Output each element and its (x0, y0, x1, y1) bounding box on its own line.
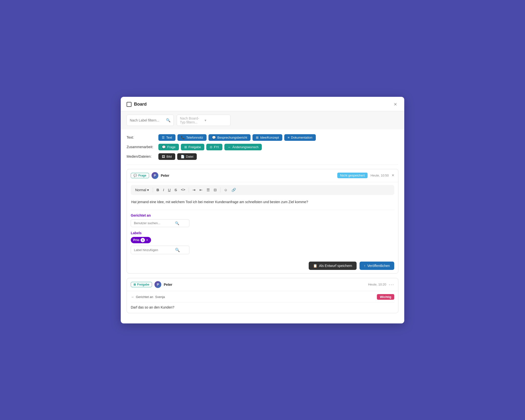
tag-datei[interactable]: 📄 Datei (177, 153, 197, 160)
tag-frage-icon: 💬 (162, 145, 166, 149)
directed-at-search-icon: 🔍 (175, 221, 179, 225)
tag-telefonnotiz-icon: 📞 (181, 136, 185, 139)
tag-ideekonzept[interactable]: ⊞ Idee/Konzept (252, 134, 282, 141)
toolbar-style-value: Normal (135, 188, 146, 192)
tag-besprechungsbericht-label: Besprechungsbericht (217, 136, 247, 139)
tag-telefonnotiz-label: Telefonnotiz (186, 136, 203, 139)
editor-toolbar: Normal ▾ B I U S <> ⇥ ⇤ ☰ ⊟ ☺ 🔗 (131, 185, 394, 195)
card2-directed-row: → Gerichtet an Svenja Wichtig (131, 294, 394, 302)
tag-telefonnotiz[interactable]: 📞 Telefonnotiz (177, 134, 207, 141)
card2-more-button[interactable]: ··· (389, 282, 394, 287)
save-draft-button[interactable]: 📋 Als Entwurf speichern (309, 262, 356, 270)
label-add-field[interactable] (134, 248, 173, 252)
tag-fyi[interactable]: ⊙ FYI (206, 144, 222, 150)
publish-button[interactable]: ↑ Veröffentlichen (360, 262, 394, 270)
modal-title-icon (127, 102, 131, 107)
card2-type-icon: ⊞ (133, 283, 136, 286)
tag-text[interactable]: ☰ Text (158, 134, 175, 141)
toolbar-indent-left-button[interactable]: ⇤ (198, 187, 204, 193)
label-prio-badge: Prio 1 × (131, 237, 151, 243)
card1-type-tag: 💬 Frage (131, 173, 149, 178)
tag-text-label: Text (166, 136, 172, 139)
directed-at-input[interactable] (134, 221, 173, 225)
modal-body: Text: ☰ Text 📞 Telefonnotiz 💬 Besprechun… (121, 129, 404, 323)
type-label-medien: Medien/Dateien: (127, 155, 156, 158)
tag-datei-label: Datei (186, 155, 193, 158)
toolbar-underline-button[interactable]: U (166, 187, 172, 193)
tag-ideekonzept-icon: ⊞ (256, 136, 259, 139)
type-row-text: Text: ☰ Text 📞 Telefonnotiz 💬 Besprechun… (127, 134, 398, 141)
toolbar-divider-1 (153, 188, 153, 192)
toolbar-code-button[interactable]: <> (179, 187, 187, 193)
directed-at-title: Gerichtet an (131, 213, 394, 217)
label-filter-input[interactable]: 🔍 (127, 115, 174, 126)
card1-actions: 📋 Als Entwurf speichern ↑ Veröffentliche… (127, 262, 398, 273)
label-prio-text: Prio (133, 238, 139, 242)
tag-besprechungsbericht[interactable]: 💬 Besprechungsbericht (208, 134, 251, 141)
card2-avatar: P (154, 281, 161, 288)
directed-at-search[interactable]: 🔍 (131, 219, 189, 227)
tag-aenderungswunsch[interactable]: ↔ Änderungswunsch (224, 144, 262, 150)
type-filter-select[interactable]: Nach Board-Typ filtern... ▾ (177, 115, 230, 126)
modal-header: Board × (121, 97, 404, 111)
tag-freigabe[interactable]: ⊞ Freigabe (181, 144, 204, 150)
toolbar-bold-button[interactable]: B (155, 187, 161, 193)
label-filter-field[interactable] (130, 118, 164, 122)
card2-header-right: Heute, 10:20 ··· (368, 282, 394, 287)
card1-content[interactable]: Hat jemand eine Idee, mit welchem Tool i… (131, 198, 394, 210)
tag-aenderungswunsch-icon: ↔ (228, 145, 231, 149)
toolbar-style-chevron: ▾ (147, 188, 149, 192)
toolbar-emoji-button[interactable]: ☺ (222, 187, 229, 193)
label-filter-search-icon: 🔍 (166, 118, 171, 122)
label-add-input[interactable]: 🔍 (131, 246, 189, 254)
tag-besprechungsbericht-icon: 💬 (212, 136, 216, 139)
tag-dokumentation-icon: ≡ (288, 136, 290, 139)
tag-aenderungswunsch-label: Änderungswunsch (232, 145, 259, 149)
save-draft-icon: 📋 (313, 264, 317, 268)
tag-frage[interactable]: 💬 Frage (158, 144, 179, 150)
card-freigabe: ⊞ Freigabe P Peter Heute, 10:20 ··· → Ge… (127, 278, 398, 313)
type-tags-text: ☰ Text 📞 Telefonnotiz 💬 Besprechungsberi… (158, 134, 316, 141)
card2-header: ⊞ Freigabe P Peter Heute, 10:20 ··· (127, 278, 398, 291)
toolbar-ordered-button[interactable]: ⊟ (212, 187, 218, 193)
tag-fyi-label: FYI (214, 145, 219, 149)
label-prio-remove-button[interactable]: × (146, 238, 148, 242)
toolbar-style-select[interactable]: Normal ▾ (133, 187, 151, 193)
toolbar-strikethrough-button[interactable]: S (173, 187, 178, 193)
card1-close-button[interactable]: × (392, 173, 394, 178)
type-row-zusammenarbeit: Zusammenarbeit: 💬 Frage ⊞ Freigabe ⊙ FYI… (127, 144, 398, 150)
card2-directed-to: Svenja (155, 295, 165, 299)
tag-bild-label: Bild (166, 155, 172, 158)
type-row-medien: Medien/Dateien: 🖼 Bild 📄 Datei (127, 153, 398, 160)
toolbar-indent-right-button[interactable]: ⇥ (191, 187, 197, 193)
toolbar-italic-button[interactable]: I (162, 187, 165, 193)
divider (127, 164, 398, 165)
publish-icon: ↑ (364, 264, 366, 268)
tag-ideekonzept-label: Idee/Konzept (260, 136, 279, 139)
type-tags-zusammenarbeit: 💬 Frage ⊞ Freigabe ⊙ FYI ↔ Änderungswuns… (158, 144, 262, 150)
type-filter-chevron-icon: ▾ (205, 118, 227, 122)
toolbar-link-button[interactable]: 🔗 (230, 187, 238, 193)
card2-directed-arrow: → (131, 295, 134, 299)
type-label-zusammenarbeit: Zusammenarbeit: (127, 145, 156, 149)
card1-time: Heute, 10:50 (371, 174, 389, 177)
type-filter-placeholder: Nach Board-Typ filtern... (180, 116, 203, 124)
modal-close-button[interactable]: × (392, 101, 398, 108)
card2-content: Darf das so an den Kunden? (131, 305, 394, 310)
toolbar-bullet-button[interactable]: ☰ (205, 187, 211, 193)
card-frage-edit: 💬 Frage P Peter Nicht gespeichert Heute,… (127, 169, 398, 274)
tag-bild[interactable]: 🖼 Bild (158, 153, 175, 160)
tag-text-icon: ☰ (162, 136, 165, 139)
tag-dokumentation-label: Dokumentation (291, 136, 312, 139)
tag-dokumentation[interactable]: ≡ Dokumentation (284, 134, 316, 141)
type-tags-medien: 🖼 Bild 📄 Datei (158, 153, 197, 160)
save-draft-label: Als Entwurf speichern (319, 264, 352, 268)
tag-frage-label: Frage (167, 145, 175, 149)
modal-title: Board (134, 102, 390, 107)
card2-directed-label: Gerichtet an (136, 295, 153, 299)
toolbar-divider-3 (220, 188, 220, 192)
label-prio-tag: Prio 1 × (131, 237, 394, 246)
tag-bild-icon: 🖼 (162, 155, 165, 158)
card1-type-icon: 💬 (133, 174, 137, 177)
tag-freigabe-icon: ⊞ (184, 145, 187, 149)
